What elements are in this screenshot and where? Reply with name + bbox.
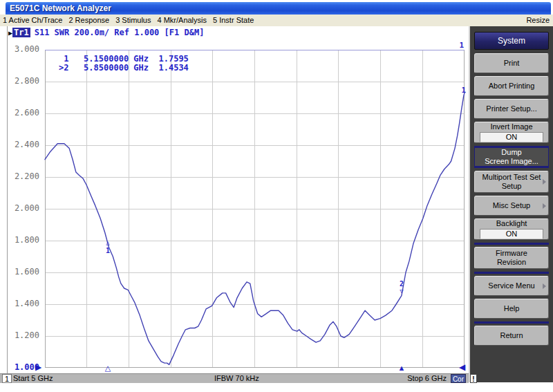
y-axis-tick-label: 2.800 <box>0 76 39 86</box>
menu-bar-items: 1 Active Ch/Trace2 Response3 Stimulus4 M… <box>3 15 260 26</box>
marker-number-label: 1 <box>102 247 113 254</box>
trace-status-bar: ▶Tr1S11 SWR 200.0m/ Ref 1.000 [F1 D&M] <box>8 28 204 38</box>
softkey-misc-setup[interactable]: Misc Setup <box>474 196 549 216</box>
screenshot-root: E5071C Network Analyzer 1 Active Ch/Trac… <box>0 0 553 392</box>
marker-up-open-icon: △ <box>102 239 113 247</box>
softkey-label: Screen Image... <box>485 157 538 166</box>
trace-number-end-label: 1 <box>455 86 466 95</box>
softkey-help[interactable]: Help <box>474 299 549 319</box>
trace-number-scale-label: 1 <box>453 41 464 50</box>
softkey-label: Firmware <box>496 249 527 258</box>
warning-badge: ! <box>470 374 477 383</box>
softkey-label: Multiport Test Set <box>482 173 541 182</box>
softkey-label: Service Menu <box>488 281 534 290</box>
y-axis-tick-label: 1.000 <box>0 362 39 373</box>
softkey-printer-setup[interactable]: Printer Setup... <box>474 99 549 119</box>
marker-1-handle[interactable]: △1 <box>102 239 113 254</box>
channel-indicator: 1 <box>2 374 12 383</box>
window-title: E5071C Network Analyzer <box>10 3 111 13</box>
chart-area: 1 5.1500000 GHz 1.7595>2 5.8500000 GHz 1… <box>45 50 465 368</box>
menu-item-1[interactable]: 1 Active Ch/Trace <box>3 16 62 24</box>
softkey-state-value: ON <box>480 229 543 239</box>
trace1-format-readout: S11 SWR 200.0m/ Ref 1.000 [F1 D&M] <box>35 28 205 37</box>
softkey-state-value: ON <box>480 132 543 142</box>
softkey-firmware-revision[interactable]: FirmwareRevision <box>474 247 549 269</box>
menu-item-2[interactable]: 2 Response <box>68 16 109 24</box>
title-bar: E5071C Network Analyzer <box>6 2 551 15</box>
marker-down-open-icon: ▽ <box>396 288 407 295</box>
sidebar-edge <box>469 26 470 382</box>
menu-item-4[interactable]: 4 Mkr/Analysis <box>157 16 207 24</box>
menu-bar: 1 Active Ch/Trace2 Response3 Stimulus4 M… <box>0 15 553 27</box>
softkey-label: Help <box>504 304 520 313</box>
softkey-label: Abort Printing <box>489 82 535 91</box>
y-axis-tick-label: 1.800 <box>0 235 39 245</box>
y-axis-tick-label: 3.000 <box>0 44 39 55</box>
trace1-label[interactable]: Tr1 <box>12 28 30 37</box>
swr-trace-plot <box>45 50 465 368</box>
status-bar: 1 Start 5 GHz IFBW 70 kHz Stop 6 GHz Cor… <box>0 373 469 383</box>
y-axis-tick-label: 1.600 <box>0 267 39 277</box>
softkey-print[interactable]: Print <box>474 53 549 73</box>
start-frequency-readout: Start 5 GHz <box>13 374 53 383</box>
y-axis-tick-label: 2.400 <box>0 140 39 150</box>
softkey-invert-image[interactable]: Invert ImageON <box>474 122 549 143</box>
softkey-label: Print <box>504 59 520 68</box>
softkey-label: Printer Setup... <box>486 104 536 113</box>
y-axis-tick-label: 2.000 <box>0 203 39 214</box>
softkey-group-separator <box>474 243 549 245</box>
marker-2-stimulus-icon: ▲ <box>396 363 407 373</box>
ifbw-readout: IFBW 70 kHz <box>214 374 259 383</box>
correction-status-badge: Cor <box>451 374 466 383</box>
softkey-abort-printing[interactable]: Abort Printing <box>474 76 549 96</box>
softkey-dump-screen-image[interactable]: DumpScreen Image... <box>474 146 549 168</box>
resize-button[interactable]: Resize <box>526 15 550 26</box>
menu-item-5[interactable]: 5 Instr State <box>213 16 254 24</box>
softkey-multiport-test-set-setup[interactable]: Multiport Test SetSetup <box>474 171 549 193</box>
softkey-return[interactable]: Return <box>474 326 549 346</box>
softkey-group-separator <box>474 321 549 324</box>
softkey-label: Misc Setup <box>493 201 530 210</box>
analyzer-screen: ▶Tr1S11 SWR 200.0m/ Ref 1.000 [F1 D&M] 3… <box>0 26 469 382</box>
submenu-arrow-icon <box>543 203 546 209</box>
marker-readout-row: >2 5.8500000 GHz 1.4534 <box>59 64 189 73</box>
y-axis-tick-label: 1.200 <box>0 330 39 341</box>
softkey-group-separator <box>474 272 549 274</box>
softkey-backlight[interactable]: BacklightON <box>474 218 549 240</box>
softkey-label: Invert Image <box>490 122 532 131</box>
submenu-arrow-icon <box>543 283 546 289</box>
menu-item-3[interactable]: 3 Stimulus <box>115 16 151 24</box>
marker-1-stimulus-icon: △ <box>102 363 113 373</box>
softkey-label: Return <box>500 331 523 340</box>
y-axis-tick-label: 1.400 <box>0 299 39 309</box>
softkey-label: Setup <box>502 182 522 191</box>
ref-level-left-icon: ▶ <box>35 362 41 372</box>
ref-level-right-icon: ◀ <box>459 362 465 372</box>
stop-frequency-readout: Stop 6 GHz <box>407 374 447 383</box>
softkey-label: Backlight <box>496 219 527 228</box>
submenu-arrow-icon <box>543 179 546 185</box>
marker-2-handle[interactable]: 2▽ <box>396 280 407 295</box>
softkey-service-menu[interactable]: Service Menu <box>474 276 549 296</box>
y-axis-tick-label: 2.600 <box>0 108 39 118</box>
y-axis-tick-label: 2.200 <box>0 171 39 182</box>
softkey-label: Revision <box>497 258 526 267</box>
softkey-menu-title: System <box>474 32 549 50</box>
softkey-sidebar: System PrintAbort PrintingPrinter Setup.… <box>469 26 553 382</box>
marker-number-label: 2 <box>396 280 407 288</box>
softkey-label: Dump <box>501 148 521 157</box>
